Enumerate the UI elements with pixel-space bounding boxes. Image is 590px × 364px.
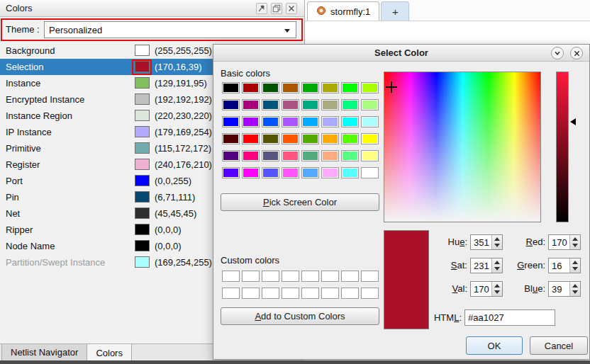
custom-color-swatch[interactable]	[321, 288, 339, 299]
ok-button[interactable]: OK	[466, 336, 523, 355]
color-item-swatch[interactable]	[135, 256, 150, 268]
basic-color-swatch[interactable]	[341, 133, 359, 144]
basic-color-swatch[interactable]	[301, 150, 319, 161]
basic-color-swatch[interactable]	[321, 150, 339, 161]
basic-color-swatch[interactable]	[361, 150, 379, 161]
basic-color-swatch[interactable]	[301, 167, 319, 178]
new-tab-button[interactable]: +	[381, 1, 409, 21]
hue-spinbox[interactable]: 351	[470, 234, 503, 250]
basic-color-swatch[interactable]	[341, 150, 359, 161]
basic-color-swatch[interactable]	[262, 150, 279, 161]
theme-select[interactable]: Personalized	[44, 21, 296, 38]
basic-color-swatch[interactable]	[301, 99, 319, 110]
basic-color-swatch[interactable]	[361, 116, 379, 127]
cancel-button[interactable]: Cancel	[530, 336, 588, 355]
dialog-titlebar[interactable]: Select Color	[213, 45, 589, 62]
custom-color-swatch[interactable]	[361, 271, 379, 282]
color-item-swatch[interactable]	[135, 93, 150, 105]
basic-color-swatch[interactable]	[361, 133, 379, 144]
basic-color-swatch[interactable]	[301, 116, 319, 127]
basic-color-swatch[interactable]	[242, 133, 260, 144]
color-item-swatch[interactable]	[135, 175, 150, 186]
basic-color-swatch[interactable]	[282, 82, 299, 93]
basic-color-swatch[interactable]	[262, 82, 279, 93]
basic-color-swatch[interactable]	[242, 82, 260, 93]
basic-color-swatch[interactable]	[341, 167, 359, 178]
basic-color-swatch[interactable]	[242, 116, 260, 127]
basic-color-swatch[interactable]	[361, 167, 379, 178]
float-panel-icon[interactable]	[271, 3, 282, 14]
value-slider[interactable]	[556, 72, 569, 222]
add-to-custom-colors-button[interactable]: Add to Custom Colors	[221, 307, 379, 325]
basic-color-swatch[interactable]	[222, 133, 240, 144]
basic-color-swatch[interactable]	[341, 82, 359, 93]
dialog-close-icon[interactable]	[570, 47, 583, 59]
rollup-chevron-icon[interactable]	[551, 47, 564, 59]
sat-spinbox[interactable]: 231	[470, 258, 503, 273]
color-item-swatch[interactable]	[135, 142, 150, 154]
custom-color-swatch[interactable]	[282, 288, 299, 299]
basic-color-swatch[interactable]	[321, 99, 339, 110]
html-color-input[interactable]	[464, 309, 555, 326]
basic-color-swatch[interactable]	[242, 167, 260, 178]
green-spinbox[interactable]: 16	[548, 258, 581, 273]
custom-color-swatch[interactable]	[262, 271, 279, 282]
spinner-arrows-icon[interactable]	[569, 282, 580, 296]
basic-color-swatch[interactable]	[262, 116, 279, 127]
custom-color-swatch[interactable]	[242, 288, 260, 299]
basic-color-swatch[interactable]	[262, 133, 279, 144]
custom-color-swatch[interactable]	[361, 288, 379, 299]
custom-color-swatch[interactable]	[341, 271, 359, 282]
color-item-swatch[interactable]	[135, 126, 150, 137]
custom-color-swatch[interactable]	[282, 271, 299, 282]
custom-color-swatch[interactable]	[321, 271, 339, 282]
color-item-swatch[interactable]	[135, 45, 150, 56]
basic-color-swatch[interactable]	[321, 82, 339, 93]
pin-icon[interactable]	[256, 3, 267, 14]
bottom-tab[interactable]: Colors	[87, 344, 132, 362]
custom-color-swatch[interactable]	[222, 271, 240, 282]
basic-color-swatch[interactable]	[222, 167, 240, 178]
red-spinbox[interactable]: 170	[548, 234, 581, 250]
value-slider-arrow[interactable]	[570, 118, 576, 125]
color-item-swatch[interactable]	[135, 159, 150, 170]
basic-color-swatch[interactable]	[242, 150, 260, 161]
basic-color-swatch[interactable]	[222, 116, 240, 127]
color-item-swatch[interactable]	[135, 207, 150, 219]
custom-color-swatch[interactable]	[301, 271, 319, 282]
basic-color-swatch[interactable]	[282, 150, 299, 161]
color-item-swatch[interactable]	[135, 77, 150, 89]
color-item-swatch[interactable]	[135, 61, 150, 72]
editor-tab-stormfly[interactable]: stormfly:1	[307, 1, 379, 21]
custom-color-swatch[interactable]	[301, 288, 319, 299]
basic-color-swatch[interactable]	[341, 116, 359, 127]
basic-color-swatch[interactable]	[282, 133, 299, 144]
basic-color-swatch[interactable]	[301, 133, 319, 144]
val-spinbox[interactable]: 170	[470, 281, 503, 297]
basic-color-swatch[interactable]	[222, 150, 240, 161]
basic-color-swatch[interactable]	[282, 99, 299, 110]
basic-color-swatch[interactable]	[222, 99, 240, 110]
custom-color-swatch[interactable]	[341, 288, 359, 299]
color-item-swatch[interactable]	[135, 240, 150, 251]
bottom-tab[interactable]: Netlist Navigator	[1, 344, 87, 361]
color-item-swatch[interactable]	[135, 224, 150, 235]
color-item-swatch[interactable]	[135, 191, 150, 203]
basic-color-swatch[interactable]	[262, 167, 279, 178]
basic-color-swatch[interactable]	[222, 82, 240, 93]
basic-color-swatch[interactable]	[242, 99, 260, 110]
basic-color-swatch[interactable]	[321, 167, 339, 178]
basic-color-swatch[interactable]	[321, 116, 339, 127]
custom-color-swatch[interactable]	[242, 271, 260, 282]
close-icon[interactable]	[286, 3, 297, 14]
basic-color-swatch[interactable]	[301, 82, 319, 93]
color-item-swatch[interactable]	[135, 110, 150, 121]
basic-color-swatch[interactable]	[321, 133, 339, 144]
custom-color-swatch[interactable]	[222, 288, 240, 299]
basic-color-swatch[interactable]	[361, 82, 379, 93]
spinner-arrows-icon[interactable]	[569, 235, 580, 249]
basic-color-swatch[interactable]	[282, 116, 299, 127]
custom-color-swatch[interactable]	[262, 288, 279, 299]
pick-screen-color-button[interactable]: Pick Screen Color	[221, 193, 379, 211]
spinner-arrows-icon[interactable]	[569, 258, 580, 273]
